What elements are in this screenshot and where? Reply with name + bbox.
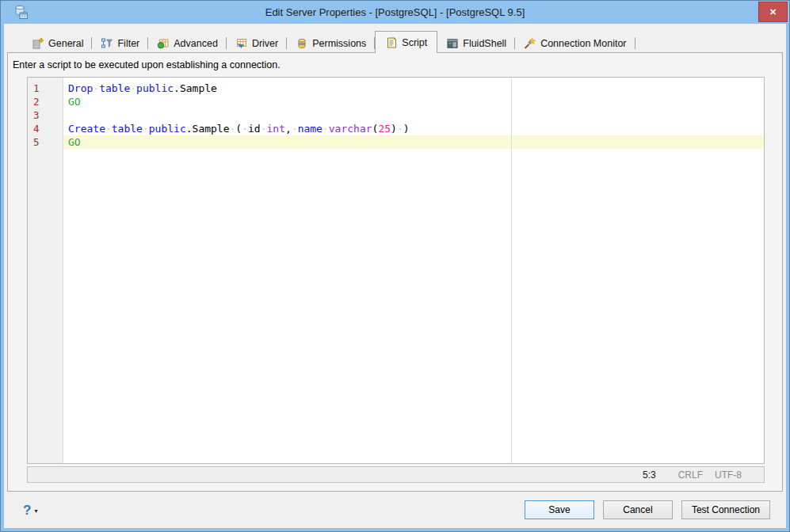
whitespace-dot: · [93,82,99,94]
fluidshell-icon [446,37,459,50]
filter-icon [101,37,113,50]
tab-label: General [48,38,83,49]
save-button[interactable]: Save [525,500,594,519]
whitespace-dot: · [261,123,267,135]
tab-general[interactable]: General [23,35,92,52]
line-ending-indicator: CRLF [678,469,703,481]
code-token: , [285,123,292,135]
whitespace-dot: · [143,123,149,135]
code-token: Sample [180,82,217,94]
tab-driver[interactable]: Driver [227,35,287,52]
line-number: 4 [28,122,63,135]
connection-monitor-icon [524,37,536,50]
help-icon: ? [23,504,31,517]
dialog-body: GeneralFilterAdvancedDriverPermissionsSc… [4,24,786,528]
whitespace-dot: · [105,123,112,135]
line-number-gutter: 12345 [28,78,63,463]
code-line[interactable]: GO [63,135,764,149]
code-token: 25 [378,123,391,135]
permissions-icon [296,37,308,50]
tab-label: Permissions [312,38,366,49]
line-number: 2 [28,95,63,108]
code-token: ( [235,123,242,135]
whitespace-dot: · [130,82,136,94]
code-token: name [298,123,322,135]
database-server-icon [13,4,29,21]
window-title: Edit Server Properties - [PostgreSQL] - … [1,6,789,18]
script-editor: 12345 Drop·table·public.SampleGOCreate·t… [27,77,765,464]
tab-filter[interactable]: Filter [92,35,148,52]
footer-buttons: SaveCancelTest Connection [525,500,770,519]
code-token: . [186,123,193,135]
whitespace-dot: · [322,123,329,135]
whitespace-dot: · [292,123,298,135]
dialog-footer: ? ▾ SaveCancelTest Connection [4,492,786,528]
code-token: Sample [193,123,230,135]
code-token: GO [68,136,81,148]
whitespace-dot: · [242,123,248,135]
instruction-text: Enter a script to be executed upon estab… [8,53,782,77]
caret-position: 5:3 [643,469,656,481]
tab-strip: GeneralFilterAdvancedDriverPermissionsSc… [4,32,786,53]
script-icon [385,36,398,49]
code-token: varchar [329,123,372,135]
code-line[interactable]: Create·table·public.Sample·(·id·int,·nam… [63,122,764,135]
tab-label: Script [402,37,427,48]
help-menu-button[interactable]: ? ▾ [23,504,37,517]
code-line[interactable]: GO [63,95,764,108]
code-token: Create [68,123,105,135]
code-token: table [99,82,130,94]
tab-script[interactable]: Script [375,31,437,53]
code-token: ) [391,123,397,135]
code-area[interactable]: Drop·table·public.SampleGOCreate·table·p… [63,78,764,463]
code-line[interactable]: Drop·table·public.Sample [63,82,764,95]
tab-fluidshell[interactable]: FluidShell [437,35,515,52]
line-number: 3 [28,108,63,122]
code-token: ) [403,123,410,135]
chevron-down-icon: ▾ [34,505,37,515]
tab-label: Advanced [174,38,218,49]
code-token: int [267,123,285,135]
code-token: GO [68,96,81,108]
code-token: public [136,82,174,94]
script-tab-panel: Enter a script to be executed upon estab… [7,52,783,492]
edit-server-properties-dialog: Edit Server Properties - [PostgreSQL] - … [0,0,790,532]
tab-label: Driver [252,38,278,49]
close-button[interactable]: ✕ [758,2,788,22]
code-token: Drop [68,82,93,94]
tab-label: FluidShell [463,38,506,49]
tab-connection-monitor[interactable]: Connection Monitor [515,35,635,52]
advanced-icon [157,37,170,50]
editor-status-bar: 5:3 CRLF UTF-8 [27,466,765,483]
general-icon [32,37,44,50]
tab-label: Filter [117,38,139,49]
title-bar: Edit Server Properties - [PostgreSQL] - … [1,1,789,24]
code-token: public [149,123,186,135]
tab-permissions[interactable]: Permissions [287,35,375,52]
code-line[interactable] [63,108,764,122]
driver-icon [235,37,248,50]
whitespace-dot: · [397,123,403,135]
tab-label: Connection Monitor [540,38,626,49]
line-number: 1 [28,82,63,95]
code-token: . [174,82,180,94]
encoding-indicator: UTF-8 [715,469,742,481]
code-token: table [112,123,143,135]
test-connection-button[interactable]: Test Connection [681,500,770,519]
code-token: id [248,123,261,135]
tab-advanced[interactable]: Advanced [148,35,227,52]
line-number: 5 [28,135,63,149]
cancel-button[interactable]: Cancel [603,500,673,519]
